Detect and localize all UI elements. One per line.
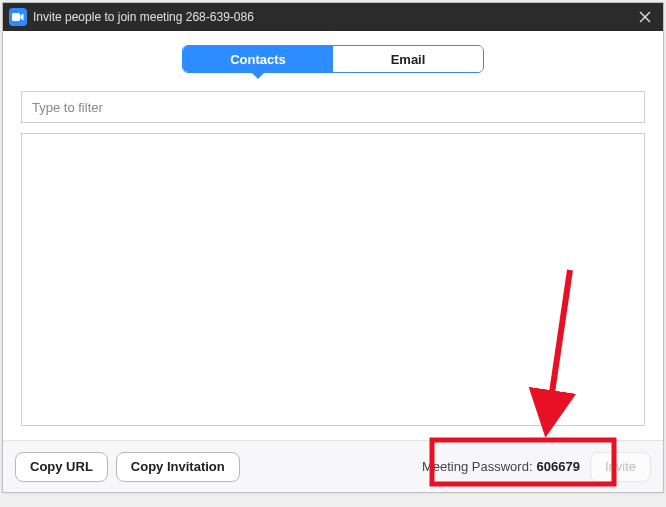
tab-email-label: Email	[391, 52, 426, 67]
copy-invitation-button[interactable]: Copy Invitation	[116, 452, 240, 482]
invite-button[interactable]: Invite	[590, 452, 651, 482]
close-icon	[639, 11, 651, 23]
tab-email[interactable]: Email	[333, 46, 483, 72]
zoom-app-icon	[9, 8, 27, 26]
tabs-row: Contacts Email	[3, 31, 663, 83]
footer: Copy URL Copy Invitation Meeting Passwor…	[3, 440, 663, 492]
meeting-password-label: Meeting Password:	[422, 459, 533, 474]
meeting-password-value: 606679	[537, 459, 580, 474]
titlebar: Invite people to join meeting 268-639-08…	[3, 3, 663, 31]
svg-rect-0	[12, 13, 20, 21]
tab-contacts-label: Contacts	[230, 52, 286, 67]
invite-dialog: Invite people to join meeting 268-639-08…	[2, 2, 664, 493]
window-title: Invite people to join meeting 268-639-08…	[33, 10, 631, 24]
contacts-list[interactable]	[21, 133, 645, 426]
copy-url-label: Copy URL	[30, 459, 93, 474]
tab-group: Contacts Email	[182, 45, 484, 73]
close-button[interactable]	[631, 3, 659, 31]
tab-contacts[interactable]: Contacts	[183, 46, 333, 72]
filter-input[interactable]	[21, 91, 645, 123]
invite-label: Invite	[605, 459, 636, 474]
copy-url-button[interactable]: Copy URL	[15, 452, 108, 482]
copy-invitation-label: Copy Invitation	[131, 459, 225, 474]
content-area	[3, 83, 663, 440]
